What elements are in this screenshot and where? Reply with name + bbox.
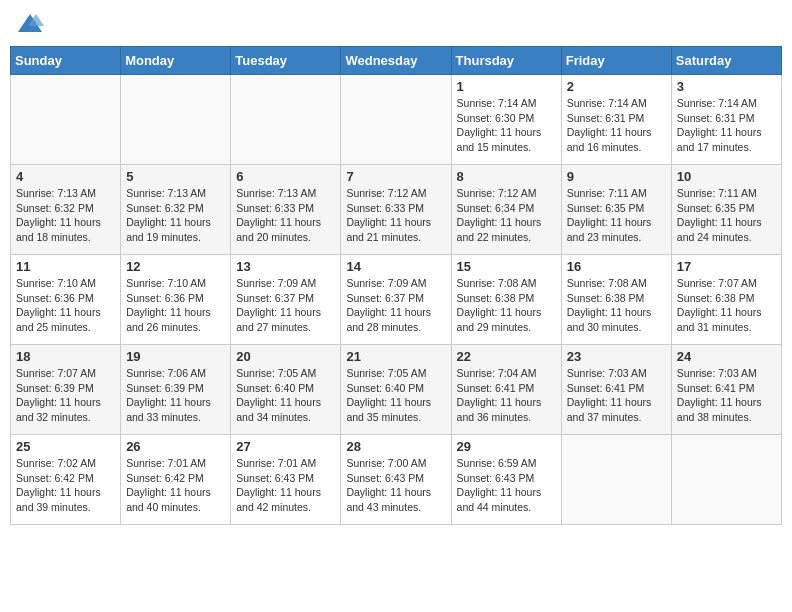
day-info: Sunrise: 7:07 AM Sunset: 6:39 PM Dayligh… (16, 366, 115, 425)
day-number: 2 (567, 79, 666, 94)
calendar-cell: 11Sunrise: 7:10 AM Sunset: 6:36 PM Dayli… (11, 255, 121, 345)
day-number: 9 (567, 169, 666, 184)
calendar-cell: 29Sunrise: 6:59 AM Sunset: 6:43 PM Dayli… (451, 435, 561, 525)
calendar-cell (341, 75, 451, 165)
day-info: Sunrise: 7:13 AM Sunset: 6:32 PM Dayligh… (16, 186, 115, 245)
day-number: 29 (457, 439, 556, 454)
day-header-wednesday: Wednesday (341, 47, 451, 75)
calendar-cell: 14Sunrise: 7:09 AM Sunset: 6:37 PM Dayli… (341, 255, 451, 345)
day-info: Sunrise: 7:09 AM Sunset: 6:37 PM Dayligh… (346, 276, 445, 335)
day-info: Sunrise: 7:13 AM Sunset: 6:32 PM Dayligh… (126, 186, 225, 245)
day-info: Sunrise: 7:12 AM Sunset: 6:33 PM Dayligh… (346, 186, 445, 245)
calendar-cell: 17Sunrise: 7:07 AM Sunset: 6:38 PM Dayli… (671, 255, 781, 345)
calendar-cell: 6Sunrise: 7:13 AM Sunset: 6:33 PM Daylig… (231, 165, 341, 255)
calendar-cell: 10Sunrise: 7:11 AM Sunset: 6:35 PM Dayli… (671, 165, 781, 255)
day-number: 11 (16, 259, 115, 274)
day-info: Sunrise: 7:14 AM Sunset: 6:31 PM Dayligh… (677, 96, 776, 155)
day-info: Sunrise: 6:59 AM Sunset: 6:43 PM Dayligh… (457, 456, 556, 515)
day-info: Sunrise: 7:06 AM Sunset: 6:39 PM Dayligh… (126, 366, 225, 425)
calendar-cell (671, 435, 781, 525)
day-number: 28 (346, 439, 445, 454)
calendar-cell: 19Sunrise: 7:06 AM Sunset: 6:39 PM Dayli… (121, 345, 231, 435)
day-info: Sunrise: 7:12 AM Sunset: 6:34 PM Dayligh… (457, 186, 556, 245)
day-info: Sunrise: 7:00 AM Sunset: 6:43 PM Dayligh… (346, 456, 445, 515)
calendar-cell: 20Sunrise: 7:05 AM Sunset: 6:40 PM Dayli… (231, 345, 341, 435)
calendar-cell: 23Sunrise: 7:03 AM Sunset: 6:41 PM Dayli… (561, 345, 671, 435)
day-header-friday: Friday (561, 47, 671, 75)
day-number: 3 (677, 79, 776, 94)
calendar-cell: 24Sunrise: 7:03 AM Sunset: 6:41 PM Dayli… (671, 345, 781, 435)
calendar-cell: 9Sunrise: 7:11 AM Sunset: 6:35 PM Daylig… (561, 165, 671, 255)
day-info: Sunrise: 7:10 AM Sunset: 6:36 PM Dayligh… (126, 276, 225, 335)
page-header (10, 10, 782, 38)
calendar-cell: 28Sunrise: 7:00 AM Sunset: 6:43 PM Dayli… (341, 435, 451, 525)
calendar-cell (121, 75, 231, 165)
calendar-cell: 27Sunrise: 7:01 AM Sunset: 6:43 PM Dayli… (231, 435, 341, 525)
calendar-cell: 26Sunrise: 7:01 AM Sunset: 6:42 PM Dayli… (121, 435, 231, 525)
day-number: 21 (346, 349, 445, 364)
day-number: 13 (236, 259, 335, 274)
calendar-cell (561, 435, 671, 525)
day-number: 23 (567, 349, 666, 364)
day-info: Sunrise: 7:01 AM Sunset: 6:43 PM Dayligh… (236, 456, 335, 515)
day-info: Sunrise: 7:10 AM Sunset: 6:36 PM Dayligh… (16, 276, 115, 335)
calendar-cell: 3Sunrise: 7:14 AM Sunset: 6:31 PM Daylig… (671, 75, 781, 165)
day-info: Sunrise: 7:02 AM Sunset: 6:42 PM Dayligh… (16, 456, 115, 515)
calendar-cell: 25Sunrise: 7:02 AM Sunset: 6:42 PM Dayli… (11, 435, 121, 525)
calendar-cell: 8Sunrise: 7:12 AM Sunset: 6:34 PM Daylig… (451, 165, 561, 255)
day-info: Sunrise: 7:09 AM Sunset: 6:37 PM Dayligh… (236, 276, 335, 335)
day-number: 7 (346, 169, 445, 184)
day-number: 24 (677, 349, 776, 364)
day-number: 8 (457, 169, 556, 184)
day-header-tuesday: Tuesday (231, 47, 341, 75)
calendar-cell (231, 75, 341, 165)
day-info: Sunrise: 7:14 AM Sunset: 6:30 PM Dayligh… (457, 96, 556, 155)
day-info: Sunrise: 7:14 AM Sunset: 6:31 PM Dayligh… (567, 96, 666, 155)
day-number: 18 (16, 349, 115, 364)
day-info: Sunrise: 7:07 AM Sunset: 6:38 PM Dayligh… (677, 276, 776, 335)
calendar-cell: 16Sunrise: 7:08 AM Sunset: 6:38 PM Dayli… (561, 255, 671, 345)
calendar-cell: 12Sunrise: 7:10 AM Sunset: 6:36 PM Dayli… (121, 255, 231, 345)
day-number: 5 (126, 169, 225, 184)
calendar-cell: 5Sunrise: 7:13 AM Sunset: 6:32 PM Daylig… (121, 165, 231, 255)
day-info: Sunrise: 7:05 AM Sunset: 6:40 PM Dayligh… (236, 366, 335, 425)
calendar-cell: 15Sunrise: 7:08 AM Sunset: 6:38 PM Dayli… (451, 255, 561, 345)
calendar-cell: 1Sunrise: 7:14 AM Sunset: 6:30 PM Daylig… (451, 75, 561, 165)
day-number: 15 (457, 259, 556, 274)
day-header-thursday: Thursday (451, 47, 561, 75)
calendar-table: SundayMondayTuesdayWednesdayThursdayFrid… (10, 46, 782, 525)
day-info: Sunrise: 7:08 AM Sunset: 6:38 PM Dayligh… (457, 276, 556, 335)
logo-icon (16, 10, 44, 38)
calendar-cell: 13Sunrise: 7:09 AM Sunset: 6:37 PM Dayli… (231, 255, 341, 345)
day-number: 26 (126, 439, 225, 454)
calendar-cell: 2Sunrise: 7:14 AM Sunset: 6:31 PM Daylig… (561, 75, 671, 165)
calendar-cell: 7Sunrise: 7:12 AM Sunset: 6:33 PM Daylig… (341, 165, 451, 255)
day-number: 22 (457, 349, 556, 364)
day-header-monday: Monday (121, 47, 231, 75)
day-info: Sunrise: 7:01 AM Sunset: 6:42 PM Dayligh… (126, 456, 225, 515)
calendar-cell: 4Sunrise: 7:13 AM Sunset: 6:32 PM Daylig… (11, 165, 121, 255)
day-info: Sunrise: 7:03 AM Sunset: 6:41 PM Dayligh… (677, 366, 776, 425)
day-number: 25 (16, 439, 115, 454)
day-number: 19 (126, 349, 225, 364)
calendar-cell: 21Sunrise: 7:05 AM Sunset: 6:40 PM Dayli… (341, 345, 451, 435)
day-number: 10 (677, 169, 776, 184)
day-header-sunday: Sunday (11, 47, 121, 75)
day-info: Sunrise: 7:03 AM Sunset: 6:41 PM Dayligh… (567, 366, 666, 425)
day-number: 6 (236, 169, 335, 184)
day-number: 12 (126, 259, 225, 274)
day-info: Sunrise: 7:05 AM Sunset: 6:40 PM Dayligh… (346, 366, 445, 425)
logo (14, 10, 44, 38)
day-header-saturday: Saturday (671, 47, 781, 75)
day-info: Sunrise: 7:04 AM Sunset: 6:41 PM Dayligh… (457, 366, 556, 425)
day-number: 14 (346, 259, 445, 274)
day-number: 1 (457, 79, 556, 94)
day-number: 27 (236, 439, 335, 454)
day-number: 20 (236, 349, 335, 364)
day-number: 4 (16, 169, 115, 184)
day-number: 17 (677, 259, 776, 274)
calendar-cell: 22Sunrise: 7:04 AM Sunset: 6:41 PM Dayli… (451, 345, 561, 435)
day-number: 16 (567, 259, 666, 274)
day-info: Sunrise: 7:08 AM Sunset: 6:38 PM Dayligh… (567, 276, 666, 335)
calendar-cell: 18Sunrise: 7:07 AM Sunset: 6:39 PM Dayli… (11, 345, 121, 435)
